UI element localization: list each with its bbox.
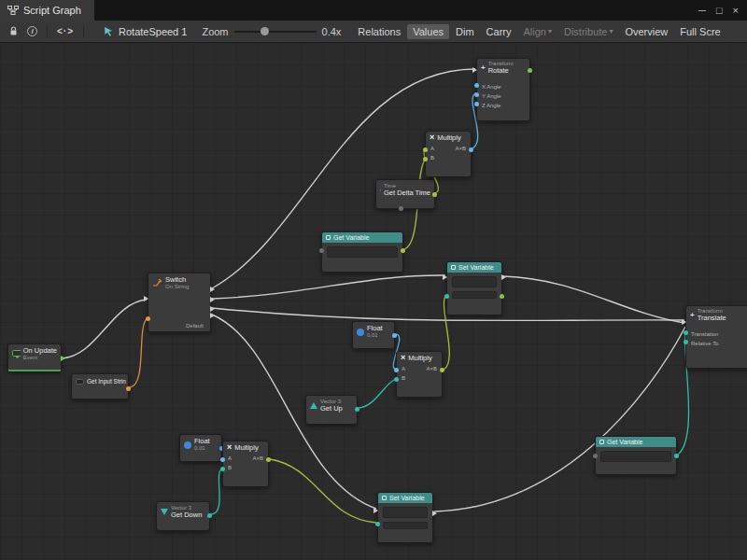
graph-canvas[interactable] [0, 43, 747, 560]
node-on-update[interactable]: On UpdateEvent [7, 343, 62, 371]
object-in-port[interactable] [593, 454, 598, 458]
value-in-port[interactable] [375, 522, 380, 526]
in-b-port[interactable] [394, 377, 399, 382]
out-port[interactable] [440, 368, 444, 372]
flow-out-port[interactable] [210, 306, 215, 312]
node-value: 0.01 [194, 445, 210, 452]
vector-out-port[interactable] [355, 407, 359, 412]
in-b-port[interactable] [423, 157, 428, 161]
zoom-slider-thumb[interactable] [261, 27, 269, 35]
graph-breadcrumb[interactable]: RotateSpeed 1 [104, 26, 187, 37]
variable-icon [326, 235, 331, 240]
translation-port[interactable] [684, 330, 688, 335]
zoom-slider-track [234, 31, 317, 33]
value-out-port[interactable] [401, 248, 405, 253]
unused-port[interactable] [399, 206, 403, 211]
object-in-port[interactable] [319, 248, 324, 253]
node-set-variable-bottom[interactable]: Set Variable [377, 492, 433, 543]
flow-in-port[interactable] [144, 296, 148, 301]
port-label-relative-to: Relative To [691, 341, 719, 346]
align-button[interactable]: Align▾ [517, 24, 557, 39]
node-vector3-get-up[interactable]: Vector 3Get Up [305, 395, 358, 425]
z-angle-port[interactable] [474, 102, 479, 106]
y-angle-port[interactable] [474, 92, 479, 97]
node-title: Multiply [408, 355, 431, 362]
info-button[interactable]: i [22, 24, 42, 38]
chevron-down-icon: ▾ [548, 27, 552, 35]
node-rotate[interactable]: + TransformRotate X Angle Y Angle Z Angl… [476, 58, 530, 121]
in-a-port[interactable] [423, 147, 428, 152]
flow-out-port[interactable] [528, 68, 532, 73]
values-button[interactable]: Values [407, 24, 449, 39]
node-get-variable-right[interactable]: Get Variable [595, 436, 677, 475]
node-get-delta-time[interactable]: TimeGet Delta Time [375, 179, 435, 209]
align-label: Align [523, 26, 545, 37]
vector-out-port[interactable] [207, 513, 212, 518]
minimize-icon[interactable]: ─ [698, 6, 706, 16]
variable-name-field[interactable] [452, 276, 497, 287]
node-vector3-get-down[interactable]: Vector 3Get Down [156, 501, 210, 531]
chevron-down-icon: ▾ [609, 27, 613, 35]
string-in-port[interactable] [146, 316, 150, 321]
node-translate[interactable]: + TransformTranslate Translation Relativ… [685, 305, 747, 369]
value-out-port[interactable] [500, 294, 504, 299]
flow-out-default-port[interactable] [210, 313, 215, 318]
code-view-button[interactable]: <·> [52, 24, 78, 38]
carry-button[interactable]: Carry [481, 24, 517, 39]
node-multiply-bottom[interactable]: ×Multiply AA×B B [222, 441, 269, 487]
float-out-port[interactable] [392, 333, 397, 338]
in-a-port[interactable] [394, 368, 399, 372]
node-get-variable-top[interactable]: Get Variable [321, 231, 403, 273]
fullscreen-button[interactable]: Full Scre [674, 24, 726, 39]
variable-name-field[interactable] [600, 451, 671, 462]
out-port[interactable] [469, 147, 473, 152]
flow-out-port[interactable] [61, 356, 65, 361]
variable-value-field[interactable] [452, 291, 497, 299]
in-b-port[interactable] [220, 467, 225, 471]
multiply-icon: × [430, 133, 434, 142]
float-icon [357, 329, 364, 336]
flow-out-port[interactable] [210, 297, 215, 302]
flow-out-port[interactable] [210, 287, 215, 292]
out-port[interactable] [266, 457, 271, 462]
variable-name-field[interactable] [383, 507, 428, 518]
port-label-b: B [228, 465, 232, 470]
tab-script-graph[interactable]: Script Graph [0, 0, 94, 21]
flow-in-port[interactable] [472, 67, 477, 73]
relations-button[interactable]: Relations [352, 24, 406, 39]
node-get-input[interactable]: Get Input Strin [71, 373, 129, 399]
distribute-button[interactable]: Distribute▾ [558, 24, 618, 39]
value-out-port[interactable] [674, 454, 679, 458]
value-in-port[interactable] [444, 294, 449, 299]
zoom-slider[interactable] [234, 25, 317, 38]
close-icon[interactable]: × [733, 6, 739, 16]
flow-in-port[interactable] [682, 319, 686, 325]
lock-button[interactable] [5, 24, 22, 38]
float-out-port[interactable] [432, 192, 437, 197]
string-out-port[interactable] [126, 386, 131, 391]
node-title: Set Variable [389, 495, 425, 501]
node-float-bottom[interactable]: Float0.01 [179, 434, 222, 462]
flow-in-port[interactable] [374, 508, 378, 513]
relative-to-port[interactable] [684, 340, 688, 344]
flow-in-port[interactable] [443, 274, 447, 280]
x-angle-port[interactable] [474, 83, 479, 88]
maximize-icon[interactable]: □ [716, 6, 723, 16]
node-set-variable-mid[interactable]: Set Variable [446, 261, 502, 315]
variable-name-field[interactable] [327, 246, 398, 258]
node-float-top[interactable]: Float0.01 [352, 321, 395, 349]
flow-out-port[interactable] [432, 511, 437, 516]
toolbar-divider [83, 25, 84, 38]
flow-out-port[interactable] [501, 274, 506, 280]
dim-button[interactable]: Dim [450, 24, 480, 39]
node-switch[interactable]: SwitchOn String Default [148, 273, 211, 332]
overview-button[interactable]: Overview [619, 24, 673, 39]
node-multiply-mid[interactable]: ×Multiply AA×B B [396, 351, 443, 398]
node-title: Get Delta Time [384, 189, 430, 197]
toolbar-divider [47, 25, 48, 38]
in-a-port[interactable] [220, 457, 225, 462]
node-multiply-top[interactable]: ×Multiply AA×B B [425, 131, 472, 177]
node-title: Multiply [234, 444, 258, 452]
variable-value-field[interactable] [383, 522, 428, 529]
port-label-x-angle: X Angle [482, 84, 501, 90]
